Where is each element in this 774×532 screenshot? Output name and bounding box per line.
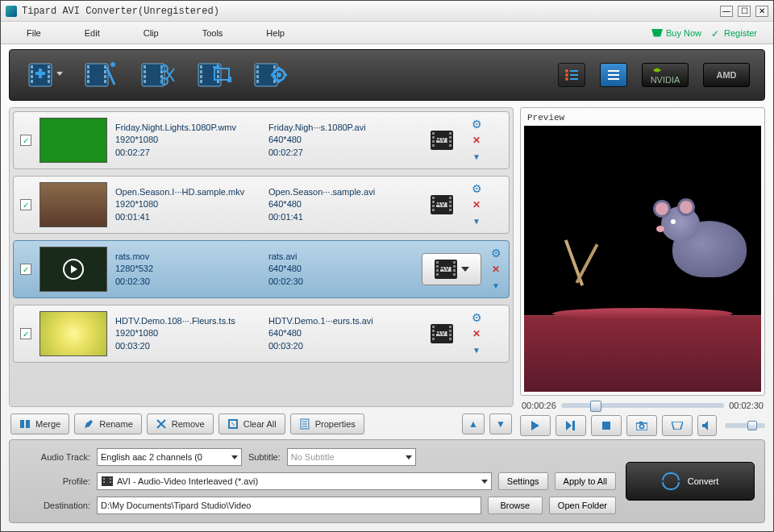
content: ✓Friday.Night.Lights.1080P.wmv1920*10800… [1, 101, 773, 439]
row-down-button[interactable]: ▼ [470, 214, 483, 227]
step-button[interactable] [556, 415, 586, 436]
effects-button[interactable] [81, 58, 123, 92]
file-checkbox[interactable]: ✓ [20, 135, 31, 146]
output-filename: Friday.Nigh···s.1080P.avi [268, 122, 414, 134]
audio-track-select[interactable]: English aac 2 channels (0 [97, 448, 242, 466]
amd-badge: AMD [703, 63, 750, 87]
browse-button[interactable]: Browse [488, 497, 543, 514]
play-button[interactable] [520, 415, 551, 436]
seek-slider[interactable] [561, 403, 724, 408]
svg-rect-44 [273, 65, 276, 69]
file-row[interactable]: ✓HDTV.Demo.108···.Fleurs.ts.ts1920*10800… [13, 305, 510, 363]
destination-row: Destination: D:\My Documents\Tipard Stud… [19, 497, 616, 514]
row-settings-button[interactable]: ⚙ [470, 182, 483, 195]
output-filename: rats.avi [268, 251, 414, 263]
list-buttons: Merge Rename Remove Clear All Properties… [9, 412, 514, 436]
close-button[interactable]: ✕ [755, 6, 768, 17]
row-down-button[interactable]: ▼ [470, 150, 483, 163]
add-file-button[interactable] [24, 58, 66, 92]
crop-button[interactable] [194, 58, 235, 92]
maximize-button[interactable]: ☐ [738, 6, 751, 17]
menu-edit[interactable]: Edit [75, 25, 110, 41]
source-duration: 00:01:41 [115, 211, 260, 223]
list-view-button[interactable] [558, 63, 585, 87]
preview-title: Preview [524, 111, 761, 124]
file-row[interactable]: ✓rats.mov1280*53200:02:30rats.avi640*480… [13, 240, 510, 298]
minimize-button[interactable]: — [720, 6, 733, 17]
row-actions: ⚙✕▼ [489, 247, 502, 292]
file-row[interactable]: ✓Open.Season.I···HD.sample.mkv1920*10800… [13, 176, 510, 234]
convert-label: Convert [688, 476, 719, 486]
convert-button[interactable]: Convert [626, 462, 755, 501]
preview-screen[interactable] [524, 126, 761, 392]
svg-rect-102 [449, 330, 452, 332]
volume-button[interactable] [697, 415, 717, 436]
detail-view-button[interactable] [600, 63, 627, 87]
svg-rect-3 [31, 75, 33, 78]
row-down-button[interactable]: ▼ [470, 343, 483, 356]
source-resolution: 1920*1080 [115, 327, 260, 339]
row-settings-button[interactable]: ⚙ [470, 118, 483, 131]
register-label: Register [724, 28, 757, 38]
output-resolution: 640*480 [268, 134, 414, 146]
subtitle-select[interactable]: No Subtitle [287, 448, 416, 466]
buy-now-link[interactable]: Buy Now [651, 28, 701, 38]
row-settings-button[interactable]: ⚙ [470, 311, 483, 324]
remove-button[interactable]: Remove [147, 414, 214, 434]
row-delete-button[interactable]: ✕ [470, 134, 483, 147]
svg-point-56 [565, 77, 568, 81]
svg-rect-30 [200, 65, 202, 69]
svg-rect-67 [432, 144, 435, 147]
file-checkbox[interactable]: ✓ [20, 264, 31, 275]
settings-toolbar-button[interactable] [250, 58, 292, 92]
row-down-button[interactable]: ▼ [489, 279, 502, 292]
properties-button[interactable]: Properties [290, 414, 364, 434]
svg-point-54 [565, 69, 568, 73]
svg-rect-68 [449, 132, 452, 135]
file-checkbox[interactable]: ✓ [20, 199, 31, 210]
menu-tools[interactable]: Tools [193, 25, 233, 41]
row-delete-button[interactable]: ✕ [489, 263, 502, 276]
clear-all-button[interactable]: Clear All [218, 414, 285, 434]
filelist-panel: ✓Friday.Night.Lights.1080P.wmv1920*10800… [9, 107, 514, 436]
svg-rect-108 [26, 420, 30, 428]
apply-to-all-button[interactable]: Apply to All [555, 472, 616, 490]
pencil-icon [83, 418, 94, 430]
source-resolution: 1920*1080 [115, 134, 260, 146]
screen-mode-button[interactable] [662, 415, 693, 436]
svg-rect-6 [48, 70, 50, 73]
destination-field[interactable]: D:\My Documents\Tipard Studio\Video [97, 497, 481, 514]
svg-rect-25 [160, 75, 163, 78]
trim-button[interactable] [137, 58, 179, 92]
subtitle-label: Subtitle: [248, 452, 281, 462]
row-delete-button[interactable]: ✕ [470, 198, 483, 211]
snapshot-button[interactable] [626, 415, 657, 436]
open-folder-button[interactable]: Open Folder [549, 497, 616, 514]
settings-button[interactable]: Settings [498, 472, 548, 490]
menu-file[interactable]: File [17, 25, 51, 41]
profile-row: Profile: AVI - Audio-Video Interleaved (… [19, 472, 616, 490]
svg-rect-89 [436, 273, 439, 276]
menu-clip[interactable]: Clip [134, 25, 169, 41]
svg-rect-101 [449, 326, 452, 328]
row-delete-button[interactable]: ✕ [470, 327, 483, 340]
output-info: Open.Season···.sample.avi640*48000:01:41 [268, 186, 414, 223]
file-row[interactable]: ✓Friday.Night.Lights.1080P.wmv1920*10800… [13, 111, 510, 169]
stop-button[interactable] [591, 415, 622, 436]
profile-value: AVI - Audio-Video Interleaved (*.avi) [117, 476, 478, 486]
profile-select[interactable]: AVI - Audio-Video Interleaved (*.avi) [97, 472, 492, 490]
register-link[interactable]: Register [711, 28, 757, 38]
row-settings-button[interactable]: ⚙ [489, 247, 502, 260]
menu-help[interactable]: Help [256, 25, 294, 41]
preview-box: Preview [520, 107, 765, 396]
move-up-button[interactable]: ▲ [462, 414, 485, 434]
rename-button[interactable]: Rename [74, 414, 142, 434]
file-checkbox[interactable]: ✓ [20, 328, 31, 339]
toolbar: NVIDIA AMD [9, 49, 765, 101]
volume-slider[interactable] [725, 423, 765, 428]
move-down-button[interactable]: ▼ [489, 414, 512, 434]
format-badge[interactable]: AVI [422, 253, 481, 285]
svg-rect-100 [432, 338, 435, 340]
merge-button[interactable]: Merge [10, 414, 69, 434]
cart-icon [651, 29, 663, 37]
